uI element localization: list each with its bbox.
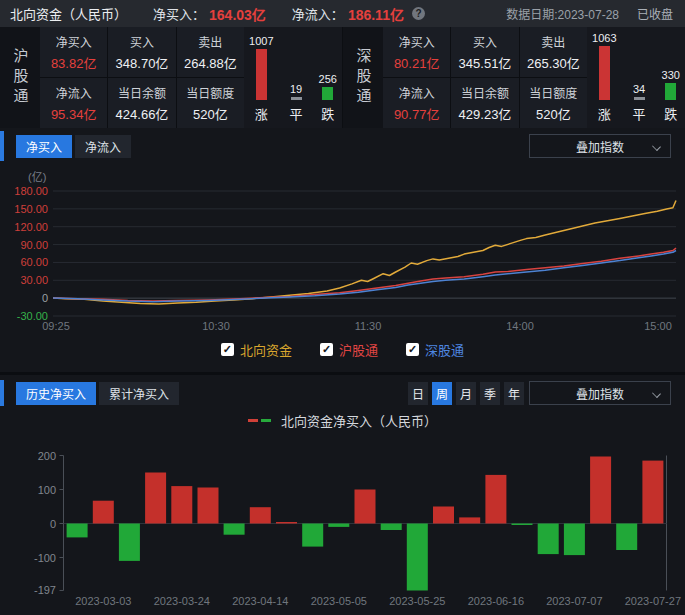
bar[interactable] [250,507,271,523]
bar[interactable] [459,517,480,523]
x-tick-label: 2023-05-05 [311,595,367,607]
history-bar-chart: 2001000-100-1972023-03-032023-03-242023-… [0,433,685,615]
flat-column: 19 平 [290,83,303,123]
net-buy-label: 净买入： [153,4,205,23]
flat-bar [634,97,645,100]
checkbox-checked-icon[interactable]: ✓ [406,343,419,356]
up-bar [256,49,267,100]
header-bar: 北向资金（人民币） 净买入： 164.03亿 净流入： 186.11亿 ? 数据… [0,0,685,27]
down-label: 跌 [664,104,677,123]
intraday-legend: ✓ 北向资金 ✓ 沪股通 ✓ 深股通 [0,338,685,360]
y-tick-label: 90.00 [20,239,48,251]
stat-cell-net-buy: 净买入83.82亿 [40,27,107,77]
bar[interactable] [590,457,611,524]
bar[interactable] [538,524,559,555]
history-tabrow: 历史净买入 累计净买入 日 周 月 季 年 叠加指数 [0,379,685,407]
x-tick-label: 2023-03-03 [75,595,131,607]
bar[interactable] [171,486,192,523]
panel-hugutong: 沪股通 净买入83.82亿 买入348.70亿 卖出264.88亿 净流入95.… [0,27,342,128]
stat-value: 264.88亿 [184,53,237,72]
overlay-index-label: 叠加指数 [576,385,624,402]
down-column: 256 跌 [319,73,337,123]
help-icon[interactable]: ? [412,7,425,20]
period-button-year[interactable]: 年 [504,382,524,405]
bar[interactable] [433,507,454,524]
stat-cell-balance: 当日余额429.23亿 [451,78,518,128]
stat-label: 当日额度 [186,84,234,101]
series-line-深股通 [53,251,676,302]
x-tick-label: 09:25 [42,320,70,332]
bar[interactable] [67,524,88,538]
bar[interactable] [616,524,637,551]
period-button-quarter[interactable]: 季 [480,382,500,405]
y-tick-label: 60.00 [20,256,48,268]
up-label: 涨 [255,104,268,123]
tab-cumulative-net-buy[interactable]: 累计净买入 [99,382,179,405]
tab-history-net-buy[interactable]: 历史净买入 [16,382,96,405]
y-tick-label: -100 [34,552,56,564]
stat-label: 当日额度 [529,84,577,101]
y-tick-label: 30.00 [20,274,48,286]
stat-value: 90.77亿 [394,104,440,123]
red-dash-icon [248,419,258,422]
stat-cell-buy: 买入345.51亿 [451,27,518,77]
checkbox-checked-icon[interactable]: ✓ [320,343,333,356]
net-buy-value: 164.03亿 [209,4,266,24]
flat-column: 34 平 [633,83,646,123]
bar[interactable] [119,524,140,561]
bar[interactable] [198,488,219,524]
down-count: 256 [319,73,337,85]
stat-label: 净买入 [399,33,435,50]
up-label: 涨 [598,104,611,123]
stat-value: 80.21亿 [394,53,440,72]
stat-value: 520亿 [193,104,228,123]
up-column: 1063 涨 [592,32,616,123]
bar[interactable] [485,475,506,524]
stat-cell-net-inflow: 净流入95.34亿 [40,78,107,128]
stat-value: 95.34亿 [51,104,97,123]
connect-panels: 沪股通 净买入83.82亿 买入348.70亿 卖出264.88亿 净流入95.… [0,27,685,128]
bar[interactable] [564,524,585,556]
period-button-month[interactable]: 月 [456,382,476,405]
bar[interactable] [224,524,245,535]
bar[interactable] [328,524,349,527]
overlay-index-dropdown[interactable]: 叠加指数 [529,134,671,158]
period-button-day[interactable]: 日 [408,382,428,405]
chevron-down-icon [652,142,661,151]
overlay-index-dropdown[interactable]: 叠加指数 [529,381,671,405]
stat-cell-sell: 卖出265.30亿 [520,27,587,77]
overlay-index-label: 叠加指数 [576,138,624,155]
tab-net-buy[interactable]: 净买入 [16,135,72,158]
bar[interactable] [93,501,114,524]
stat-value: 520亿 [536,104,571,123]
series-line-沪股通 [53,248,676,301]
series-line-北向资金 [53,201,676,305]
tab-net-inflow[interactable]: 净流入 [75,135,131,158]
stat-label: 净买入 [56,33,92,50]
bar[interactable] [381,524,402,531]
down-label: 跌 [321,104,334,123]
legend-item-shengutong[interactable]: ✓ 深股通 [406,340,464,359]
stat-cell-net-buy: 净买入80.21亿 [383,27,450,77]
flat-bar [291,97,302,100]
panel-shengutong-label: 深股通 [343,27,383,128]
bar[interactable] [512,524,533,526]
bar[interactable] [302,524,323,547]
legend-label: 北向资金 [240,340,292,359]
bar-legend-label: 北向资金净买入（人民币） [281,411,437,430]
bar[interactable] [355,490,376,524]
bar[interactable] [642,461,663,524]
period-button-week[interactable]: 周 [432,382,452,405]
stat-value: 424.66亿 [116,104,169,123]
checkbox-checked-icon[interactable]: ✓ [221,343,234,356]
panel-shengutong: 深股通 净买入80.21亿 买入345.51亿 卖出265.30亿 净流入90.… [343,27,685,128]
legend-item-hugutong[interactable]: ✓ 沪股通 [320,340,378,359]
bar[interactable] [407,524,428,591]
bar[interactable] [145,473,166,524]
y-tick-label: -197 [34,584,56,596]
bar[interactable] [276,522,297,524]
x-tick-label: 10:30 [202,320,230,332]
x-tick-label: 14:00 [506,320,534,332]
stat-value: 348.70亿 [116,53,169,72]
legend-item-north[interactable]: ✓ 北向资金 [221,340,292,359]
